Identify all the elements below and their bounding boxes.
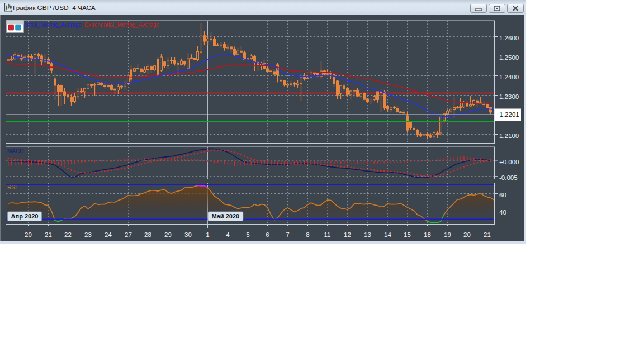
svg-text:Май 2020: Май 2020 [211,213,239,220]
svg-text:+0.000: +0.000 [499,159,519,165]
svg-text:14: 14 [384,231,391,238]
svg-text:1.2100: 1.2100 [499,132,519,139]
svg-text:5: 5 [246,231,249,238]
svg-text:1.2600: 1.2600 [499,35,519,41]
svg-text:30: 30 [184,231,192,238]
svg-text:1.2201: 1.2201 [500,111,519,118]
svg-text:1.2300: 1.2300 [499,93,519,100]
svg-text:22: 22 [64,231,72,238]
svg-text:1: 1 [206,231,209,238]
svg-text:19: 19 [444,231,451,238]
svg-text:1.2400: 1.2400 [499,74,519,80]
svg-text:20: 20 [25,231,32,238]
svg-text:11: 11 [324,231,331,238]
svg-text:13: 13 [364,231,371,238]
svg-text:23: 23 [84,231,92,238]
svg-text:60: 60 [499,192,506,198]
svg-text:15: 15 [404,231,411,238]
svg-text:18: 18 [424,231,431,238]
svg-text:7: 7 [286,231,289,238]
svg-text:21: 21 [45,231,52,238]
svg-text:-0.005: -0.005 [499,174,518,181]
svg-text:20: 20 [463,231,471,238]
svg-text:40: 40 [499,209,506,216]
svg-text:29: 29 [164,231,172,238]
svg-text:Апр 2020: Апр 2020 [11,213,39,220]
svg-text:21: 21 [484,231,491,238]
svg-text:8: 8 [306,231,309,238]
svg-text:1.2500: 1.2500 [499,54,519,61]
svg-text:12: 12 [344,231,351,238]
svg-text:Exponential_Moving_Average: Exponential_Moving_Average [84,22,159,28]
svg-text:RSI: RSI [7,184,17,190]
svg-text:27: 27 [125,231,132,238]
svg-text:4: 4 [226,231,230,238]
svg-text:MACD: MACD [7,148,23,154]
svg-text:6: 6 [266,231,269,238]
svg-text:28: 28 [144,231,151,238]
svg-text:24: 24 [105,231,112,238]
